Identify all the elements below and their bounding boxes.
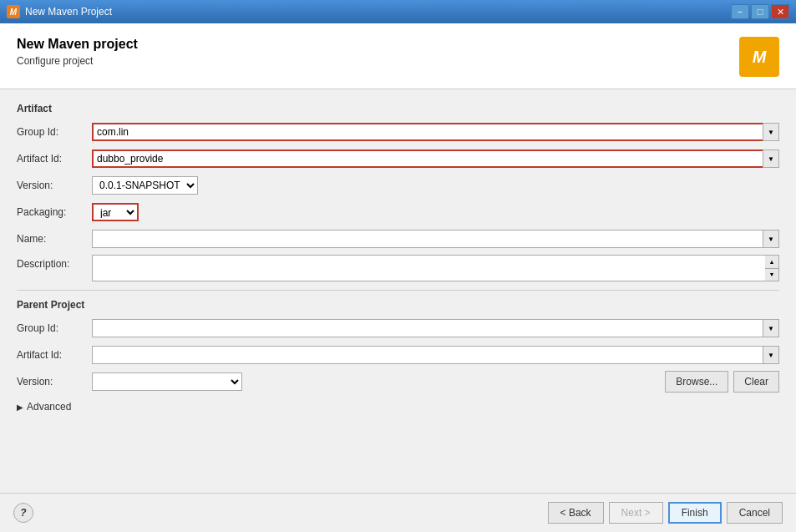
- name-label: Name:: [17, 233, 92, 245]
- parent-group-id-input[interactable]: [92, 319, 763, 337]
- advanced-arrow-icon: ▶: [17, 403, 23, 412]
- group-id-row: Group Id: ▼: [17, 121, 779, 143]
- clear-button[interactable]: Clear: [733, 371, 779, 393]
- parent-version-label: Version:: [17, 376, 92, 388]
- cancel-button[interactable]: Cancel: [727, 502, 783, 524]
- group-id-input[interactable]: [92, 123, 763, 141]
- artifact-id-label: Artifact Id:: [17, 153, 92, 165]
- artifact-id-dropdown[interactable]: ▼: [763, 149, 779, 168]
- dialog-content: Artifact Group Id: ▼ Artifact Id: ▼ Vers…: [0, 89, 796, 493]
- dialog: New Maven project Configure project M Ar…: [0, 23, 796, 532]
- group-id-input-wrap: ▼: [92, 123, 779, 141]
- parent-group-id-row: Group Id: ▼: [17, 317, 779, 339]
- window-controls: − □ ✕: [731, 4, 789, 19]
- parent-artifact-id-input[interactable]: [92, 346, 763, 364]
- parent-artifact-id-dropdown[interactable]: ▼: [763, 346, 779, 364]
- finish-button[interactable]: Finish: [668, 502, 722, 524]
- advanced-row[interactable]: ▶ Advanced: [17, 401, 779, 413]
- name-dropdown[interactable]: ▼: [763, 230, 779, 248]
- dialog-footer: ? < Back Next > Finish Cancel: [0, 493, 796, 532]
- back-button[interactable]: < Back: [548, 502, 604, 524]
- parent-version-select[interactable]: [92, 372, 242, 391]
- help-button[interactable]: ?: [13, 503, 33, 523]
- parent-artifact-id-input-wrap: ▼: [92, 346, 779, 364]
- artifact-id-row: Artifact Id: ▼: [17, 148, 779, 170]
- description-scroll-up[interactable]: ▲: [765, 256, 778, 269]
- maximize-button[interactable]: □: [751, 4, 769, 19]
- section-divider: [17, 290, 779, 291]
- header-text: New Maven project Configure project: [17, 37, 138, 67]
- maven-logo: M: [739, 37, 779, 77]
- footer-right: < Back Next > Finish Cancel: [548, 502, 783, 524]
- parent-section-label: Parent Project: [17, 299, 779, 311]
- name-input[interactable]: [92, 230, 763, 248]
- description-label: Description:: [17, 255, 92, 281]
- artifact-id-input[interactable]: [92, 149, 763, 168]
- dialog-title: New Maven project: [17, 37, 138, 52]
- close-button[interactable]: ✕: [771, 4, 789, 19]
- version-label: Version:: [17, 180, 92, 191]
- packaging-select[interactable]: jar war pom ear: [92, 203, 139, 221]
- parent-artifact-id-row: Artifact Id: ▼: [17, 344, 779, 366]
- version-select[interactable]: 0.0.1-SNAPSHOT: [92, 176, 198, 195]
- artifact-section-label: Artifact: [17, 103, 779, 114]
- parent-group-id-input-wrap: ▼: [92, 319, 779, 337]
- app-icon: M: [7, 5, 20, 18]
- name-input-wrap: ▼: [92, 230, 779, 248]
- parent-group-id-dropdown[interactable]: ▼: [763, 319, 779, 337]
- title-bar-text: New Maven Project: [25, 6, 726, 18]
- dialog-subtitle: Configure project: [17, 55, 138, 67]
- browse-button[interactable]: Browse...: [665, 371, 728, 393]
- description-input[interactable]: [92, 255, 765, 281]
- parent-version-row: Version: Browse... Clear: [17, 371, 779, 393]
- parent-group-id-label: Group Id:: [17, 322, 92, 334]
- artifact-id-input-wrap: ▼: [92, 149, 779, 168]
- title-bar: M New Maven Project − □ ✕: [0, 0, 796, 23]
- packaging-row: Packaging: jar war pom ear: [17, 201, 779, 223]
- description-row: Description: ▲ ▼: [17, 255, 779, 281]
- footer-left: ?: [13, 503, 33, 523]
- group-id-label: Group Id:: [17, 126, 92, 138]
- packaging-label: Packaging:: [17, 206, 92, 218]
- parent-artifact-id-label: Artifact Id:: [17, 349, 92, 361]
- minimize-button[interactable]: −: [731, 4, 749, 19]
- group-id-dropdown[interactable]: ▼: [763, 123, 779, 141]
- advanced-label: Advanced: [27, 401, 71, 413]
- name-row: Name: ▼: [17, 228, 779, 250]
- dialog-header: New Maven project Configure project M: [0, 23, 796, 89]
- next-button[interactable]: Next >: [609, 502, 663, 524]
- description-scroll-down[interactable]: ▼: [765, 269, 778, 281]
- version-row: Version: 0.0.1-SNAPSHOT: [17, 175, 779, 196]
